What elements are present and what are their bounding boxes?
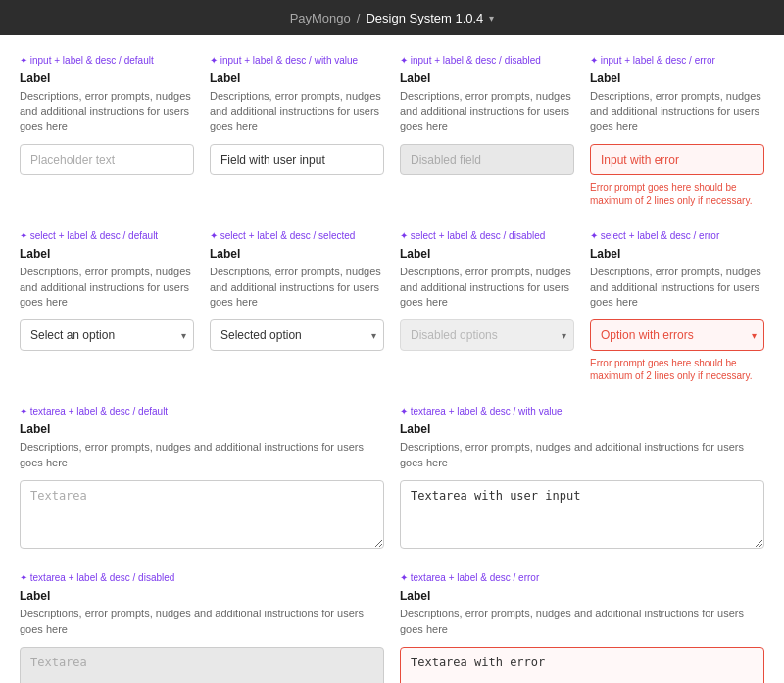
topbar-separator: /	[357, 11, 361, 25]
textarea-default-type: ✦ textarea + label & desc / default	[20, 406, 384, 416]
select-error-message: Error prompt goes here should be maximum…	[590, 357, 764, 382]
input-default-type: ✦ input + label & desc / default	[20, 55, 194, 66]
input-default-label: Label	[20, 72, 194, 85]
input-disabled-label: Label	[400, 72, 574, 85]
textarea-default-cell: ✦ textarea + label & desc / default Labe…	[20, 406, 384, 549]
select-error-label: Label	[590, 247, 764, 261]
select-disabled-wrapper: Disabled options ▾	[400, 319, 574, 351]
select-selected-label: Label	[210, 247, 384, 261]
input-default-desc: Descriptions, error prompts, nudges and …	[20, 89, 194, 134]
select-error-field[interactable]: Option with errors	[590, 319, 764, 351]
select-default-cell: ✦ select + label & desc / default Label …	[20, 230, 194, 382]
topbar-chevron-icon[interactable]: ▾	[489, 13, 494, 24]
textarea-value-field[interactable]: Textarea with user input	[400, 480, 764, 549]
textarea-error-cell: ✦ textarea + label & desc / error Label …	[400, 572, 764, 683]
textarea-disabled-label: Label	[20, 589, 384, 603]
select-error-wrapper: Option with errors ▾	[590, 319, 764, 351]
input-default-cell: ✦ input + label & desc / default Label D…	[20, 55, 194, 207]
input-error-label: Label	[590, 72, 764, 85]
input-error-cell: ✦ input + label & desc / error Label Des…	[590, 55, 764, 207]
textarea-error-label: Label	[400, 589, 764, 603]
select-selected-cell: ✦ select + label & desc / selected Label…	[210, 230, 384, 382]
select-default-label: Label	[20, 247, 194, 261]
textarea-error-desc: Descriptions, error prompts, nudges and …	[400, 607, 764, 637]
textarea-disabled-cell: ✦ textarea + label & desc / disabled Lab…	[20, 572, 384, 683]
textarea-disabled-field	[20, 647, 384, 683]
input-error-field[interactable]	[590, 144, 764, 175]
textarea-value-cell: ✦ textarea + label & desc / with value L…	[400, 406, 764, 549]
select-selected-wrapper: Selected option ▾	[210, 319, 384, 351]
textarea-top-section: ✦ textarea + label & desc / default Labe…	[20, 406, 764, 549]
topbar-title: Design System 1.0.4	[366, 11, 483, 25]
textarea-error-field[interactable]: Textarea with error	[400, 647, 764, 683]
select-selected-type: ✦ select + label & desc / selected	[210, 230, 384, 241]
topbar: PayMongo / Design System 1.0.4 ▾	[0, 0, 784, 35]
select-error-type: ✦ select + label & desc / error	[590, 230, 764, 241]
input-disabled-cell: ✦ input + label & desc / disabled Label …	[400, 55, 574, 207]
textarea-default-field[interactable]	[20, 480, 384, 549]
select-disabled-field: Disabled options	[400, 319, 574, 351]
textarea-disabled-desc: Descriptions, error prompts, nudges and …	[20, 607, 384, 637]
input-section: ✦ input + label & desc / default Label D…	[20, 55, 764, 207]
textarea-disabled-type: ✦ textarea + label & desc / disabled	[20, 572, 384, 583]
select-disabled-type: ✦ select + label & desc / disabled	[400, 230, 574, 241]
input-value-label: Label	[210, 72, 384, 85]
textarea-default-label: Label	[20, 422, 384, 436]
textarea-value-desc: Descriptions, error prompts, nudges and …	[400, 440, 764, 470]
input-error-message: Error prompt goes here should be maximum…	[590, 181, 764, 207]
select-error-cell: ✦ select + label & desc / error Label De…	[590, 230, 764, 382]
select-default-wrapper: Select an option ▾	[20, 319, 194, 351]
input-value-type: ✦ input + label & desc / with value	[210, 55, 384, 66]
select-selected-field[interactable]: Selected option	[210, 319, 384, 351]
input-value-field[interactable]	[210, 144, 384, 175]
input-error-desc: Descriptions, error prompts, nudges and …	[590, 89, 764, 134]
input-default-field[interactable]	[20, 144, 194, 175]
textarea-value-type: ✦ textarea + label & desc / with value	[400, 406, 764, 416]
input-disabled-type: ✦ input + label & desc / disabled	[400, 55, 574, 66]
input-error-type: ✦ input + label & desc / error	[590, 55, 764, 66]
input-value-cell: ✦ input + label & desc / with value Labe…	[210, 55, 384, 207]
main-content: ✦ input + label & desc / default Label D…	[0, 35, 784, 683]
select-disabled-label: Label	[400, 247, 574, 261]
textarea-default-desc: Descriptions, error prompts, nudges and …	[20, 440, 384, 470]
textarea-error-type: ✦ textarea + label & desc / error	[400, 572, 764, 583]
select-error-desc: Descriptions, error prompts, nudges and …	[590, 265, 764, 310]
select-default-field[interactable]: Select an option	[20, 319, 194, 351]
input-disabled-desc: Descriptions, error prompts, nudges and …	[400, 89, 574, 134]
select-selected-desc: Descriptions, error prompts, nudges and …	[210, 265, 384, 310]
select-default-desc: Descriptions, error prompts, nudges and …	[20, 265, 194, 310]
input-value-desc: Descriptions, error prompts, nudges and …	[210, 89, 384, 134]
select-disabled-desc: Descriptions, error prompts, nudges and …	[400, 265, 574, 310]
select-default-type: ✦ select + label & desc / default	[20, 230, 194, 241]
textarea-value-label: Label	[400, 422, 764, 436]
select-disabled-cell: ✦ select + label & desc / disabled Label…	[400, 230, 574, 382]
textarea-bottom-section: ✦ textarea + label & desc / disabled Lab…	[20, 572, 764, 683]
topbar-brand: PayMongo	[290, 11, 351, 25]
input-disabled-field	[400, 144, 574, 175]
select-section: ✦ select + label & desc / default Label …	[20, 230, 764, 382]
